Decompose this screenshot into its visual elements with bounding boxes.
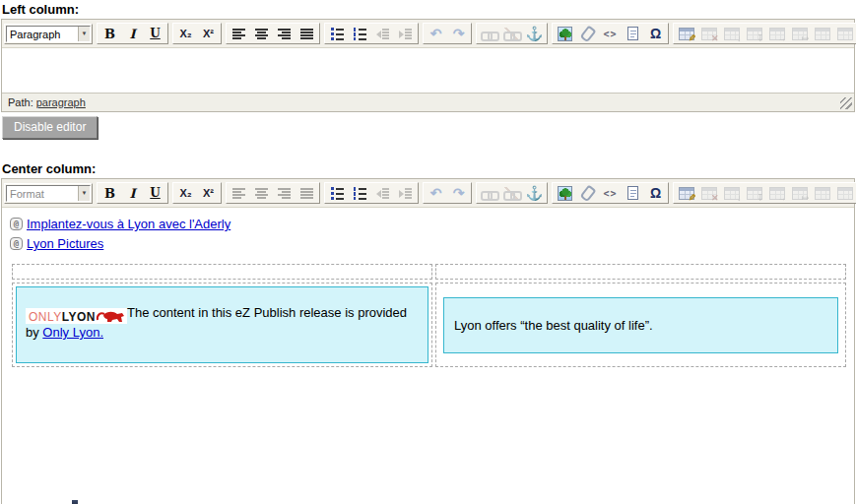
insert-table-button[interactable] — [675, 25, 697, 42]
insert-column-after-button[interactable] — [788, 25, 811, 42]
redo-button[interactable]: ↷ — [447, 184, 470, 202]
insert-link-button[interactable] — [478, 184, 500, 202]
lyon-pictures-link[interactable]: Lyon Pictures — [27, 236, 103, 251]
merge-cells-button[interactable] — [811, 25, 833, 42]
merge-cells-button[interactable] — [811, 184, 833, 202]
redo-button[interactable]: ↷ — [447, 25, 470, 42]
style-dropdown[interactable]: Format ▼ — [6, 185, 91, 202]
italic-button[interactable]: I — [121, 25, 144, 42]
underline-button[interactable]: U — [144, 25, 166, 42]
custom-tag-button[interactable]: <> — [599, 184, 622, 202]
insert-row-after-button[interactable] — [743, 184, 765, 202]
indent-button[interactable] — [394, 25, 417, 42]
quote-embed-box[interactable]: Lyon offers “the best quality of life”. — [443, 297, 838, 353]
align-justify-button[interactable] — [296, 184, 318, 202]
insert-column-before-button[interactable] — [765, 25, 788, 42]
outdent-button[interactable] — [371, 184, 394, 202]
outdent-icon — [375, 28, 390, 40]
bullet-list-button[interactable] — [326, 25, 349, 42]
history-group: ↶ ↷ — [423, 182, 472, 204]
delete-table-button[interactable] — [697, 184, 720, 202]
align-center-icon — [254, 187, 269, 200]
italic-icon: I — [129, 27, 135, 41]
insert-object-button[interactable] — [576, 184, 599, 202]
empty-line-placeholder[interactable] — [435, 264, 846, 280]
subscript-button[interactable]: X₂ — [174, 184, 197, 202]
anchor-button[interactable]: ⚓ — [523, 25, 546, 42]
split-cells-button[interactable] — [833, 184, 856, 202]
undo-icon: ↶ — [430, 26, 442, 41]
literal-text-button[interactable] — [622, 184, 644, 202]
undo-icon: ↶ — [430, 185, 442, 201]
undo-button[interactable]: ↶ — [425, 25, 447, 42]
delete-table-icon — [701, 28, 717, 40]
insert-row-before-button[interactable] — [720, 25, 743, 42]
left-editor-content[interactable] — [2, 48, 854, 93]
center-editor-content[interactable]: @ Implantez-vous à Lyon avec l'Aderly @ … — [2, 208, 854, 504]
underline-button[interactable]: U — [144, 184, 166, 202]
special-character-button[interactable]: Ω — [644, 184, 667, 202]
aderly-link[interactable]: Implantez-vous à Lyon avec l'Aderly — [27, 217, 230, 231]
remove-link-button[interactable] — [500, 184, 523, 202]
indent-button[interactable] — [394, 184, 417, 202]
embedded-object-icon: @ — [10, 218, 23, 230]
only-lyon-link[interactable]: Only Lyon. — [42, 325, 103, 340]
bold-icon: B — [104, 27, 115, 41]
insert-column-before-button[interactable] — [765, 184, 788, 202]
anchor-button[interactable]: ⚓ — [523, 184, 546, 202]
align-center-button[interactable] — [250, 184, 273, 202]
align-left-button[interactable] — [228, 184, 250, 202]
delete-table-button[interactable] — [697, 25, 720, 42]
style-dropdown[interactable]: Paragraph ▼ — [6, 26, 91, 42]
list-group — [324, 23, 419, 44]
cropped-element-artifact — [72, 500, 78, 504]
layout-column-left: ONLYLYONThe content in this eZ Publish r… — [12, 264, 432, 367]
split-cells-icon — [837, 187, 853, 200]
outdent-button[interactable] — [371, 25, 394, 42]
split-cells-button[interactable] — [833, 25, 856, 42]
numbered-list-icon — [353, 27, 367, 40]
insert-group: <> Ω — [552, 23, 669, 44]
insert-image-button[interactable] — [554, 184, 576, 202]
insert-table-button[interactable] — [675, 184, 697, 202]
layout-cell[interactable]: Lyon offers “the best quality of life”. — [435, 283, 846, 367]
numbered-list-button[interactable] — [349, 25, 371, 42]
align-right-button[interactable] — [273, 25, 296, 42]
subscript-button[interactable]: X₂ — [174, 25, 197, 42]
omega-icon: Ω — [650, 26, 661, 41]
insert-column-after-button[interactable] — [788, 184, 811, 202]
insert-image-button[interactable] — [554, 25, 576, 42]
insert-link-button[interactable] — [478, 25, 500, 42]
bold-button[interactable]: B — [99, 184, 121, 202]
insert-row-after-button[interactable] — [743, 25, 765, 42]
remove-link-button[interactable] — [500, 25, 523, 42]
align-right-button[interactable] — [273, 184, 296, 202]
align-justify-button[interactable] — [296, 25, 318, 42]
numbered-list-button[interactable] — [349, 184, 371, 202]
insert-row-before-button[interactable] — [720, 184, 743, 202]
layout-cell[interactable]: ONLYLYONThe content in this eZ Publish r… — [12, 283, 432, 367]
resize-gripper-icon[interactable] — [840, 97, 852, 109]
center-editor-toolbar: Format ▼ B I U X₂ X² — [2, 179, 854, 208]
align-left-button[interactable] — [228, 25, 250, 42]
superscript-button[interactable]: X² — [197, 184, 220, 202]
lion-icon — [96, 309, 125, 324]
superscript-button[interactable]: X² — [197, 25, 220, 42]
undo-button[interactable]: ↶ — [425, 184, 447, 202]
empty-line-placeholder[interactable] — [12, 264, 432, 280]
literal-text-button[interactable] — [622, 25, 644, 42]
disable-editor-button[interactable]: Disable editor — [2, 116, 98, 139]
custom-tag-button[interactable]: <> — [599, 25, 622, 42]
insert-object-button[interactable] — [576, 25, 599, 42]
align-center-button[interactable] — [250, 25, 273, 42]
image-icon — [558, 186, 572, 201]
path-paragraph-link[interactable]: paragraph — [36, 96, 86, 108]
insert-row-before-icon — [724, 28, 740, 40]
underline-icon: U — [150, 27, 160, 40]
onlylyon-embed-box[interactable]: ONLYLYONThe content in this eZ Publish r… — [16, 286, 428, 363]
special-character-button[interactable]: Ω — [644, 25, 667, 42]
italic-button[interactable]: I — [121, 184, 144, 202]
edit-table-icon — [679, 187, 694, 200]
bold-button[interactable]: B — [99, 25, 121, 42]
bullet-list-button[interactable] — [326, 184, 349, 202]
